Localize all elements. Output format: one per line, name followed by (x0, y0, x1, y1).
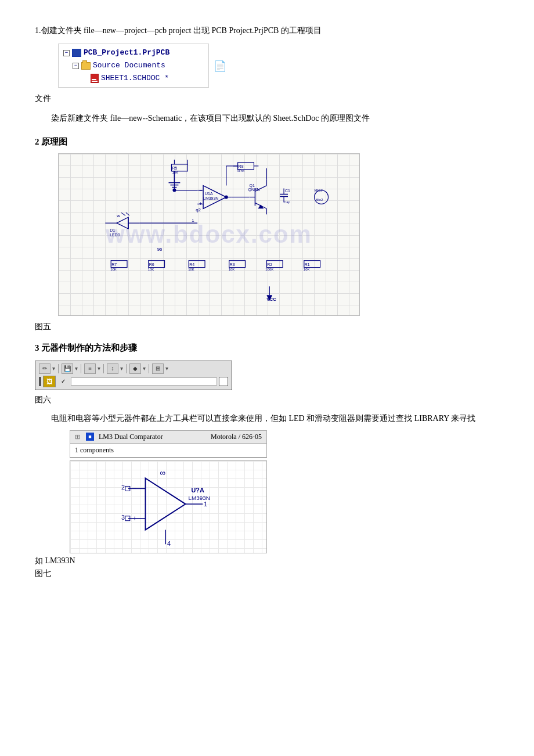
collapse-icon[interactable]: − (63, 50, 70, 56)
shape-btn[interactable]: ◆ (129, 363, 141, 374)
svg-text:Cap: Cap (284, 200, 291, 204)
svg-text:10K: 10K (110, 267, 117, 271)
draw-tool-btn[interactable]: ✏ (39, 363, 50, 374)
svg-text:4: 4 (167, 540, 171, 547)
schdoc-icon (91, 74, 99, 83)
svg-text:−: − (133, 484, 137, 492)
svg-text:1: 1 (192, 218, 194, 223)
component-btn[interactable]: 🖼 (43, 376, 56, 387)
svg-text:10K: 10K (229, 267, 235, 271)
separator-5 (149, 364, 149, 373)
svg-point-77 (225, 195, 228, 199)
fig7-label: 图七 (35, 568, 499, 579)
separator-4 (126, 364, 127, 373)
tree-folder-label: Source Documents (93, 59, 165, 72)
lib-count: 1 components (70, 444, 266, 458)
svg-text:1: 1 (204, 501, 207, 507)
file-prefix: 文件 (35, 93, 51, 104)
svg-text:LM393N: LM393N (203, 196, 218, 200)
tree-file-row: SHEET1.SCHDOC * (82, 72, 204, 85)
svg-text:R5: R5 (172, 165, 177, 170)
svg-line-44 (121, 211, 125, 216)
svg-text:R6: R6 (149, 262, 154, 266)
section2-heading: 2 原理图 (35, 136, 499, 147)
file-icon-right: 📄 (214, 60, 226, 73)
folder-collapse-icon[interactable]: − (73, 63, 79, 69)
fig6-label: 图六 (35, 395, 499, 405)
section3-desc: 电阻和电容等小型元器件都在上方工具栏可以直接拿来使用，但如 LED 和滑动变阻器… (35, 411, 499, 426)
svg-text:D1: D1 (110, 228, 115, 232)
svg-text:10K: 10K (148, 267, 154, 271)
align-btn[interactable]: ≡ (84, 363, 96, 374)
fig5-label: 图五 (35, 322, 499, 332)
svg-text:MIC7: MIC7 (315, 188, 323, 192)
separator-3 (103, 364, 104, 373)
svg-text:U1A: U1A (205, 192, 213, 196)
svg-text:+: + (199, 201, 202, 207)
svg-text:R2: R2 (267, 262, 272, 266)
check-btn[interactable]: ✓ (57, 376, 69, 387)
cursor-arrow[interactable]: ▾ (120, 365, 123, 372)
grid-btn[interactable]: ⊞ (152, 363, 164, 374)
tree-folder-row: − Source Documents (73, 59, 204, 72)
svg-point-37 (315, 190, 329, 204)
svg-text:10K: 10K (172, 170, 178, 174)
lib-expand-icon[interactable]: ⊞ (75, 433, 80, 441)
svg-text:q2: q2 (196, 207, 201, 213)
component-preview: − + 2 3 1 4 ∞ U?A LM393N (70, 460, 267, 553)
svg-text:R1: R1 (305, 262, 310, 266)
svg-text:−: − (199, 187, 202, 193)
svg-text:R4: R4 (189, 262, 194, 266)
folder-icon (81, 62, 91, 70)
svg-text:R7: R7 (111, 262, 117, 266)
svg-text:U?A: U?A (192, 487, 204, 494)
align-arrow[interactable]: ▾ (98, 365, 100, 372)
pcb-project-icon (72, 49, 81, 57)
cursor-btn[interactable]: ↕ (107, 363, 118, 374)
separator-2 (81, 364, 81, 373)
toolbar-row-1: ✏ ▾ 💾 ▾ ≡ ▾ ↕ ▾ ◆ ▾ ⊞ (39, 363, 228, 374)
tree-file-label: SHEET1.SCHDOC * (101, 72, 169, 85)
svg-text:10K: 10K (188, 267, 194, 271)
svg-text:2: 2 (121, 484, 125, 491)
svg-point-76 (172, 188, 176, 192)
component-svg: − + 2 3 1 4 ∞ U?A LM393N (70, 461, 266, 553)
svg-text:w: w (116, 213, 120, 218)
svg-text:3: 3 (121, 514, 125, 521)
library-box: ⊞ ■ LM3 Dual Comparator Motorola / 626-0… (70, 430, 267, 458)
schematic-diagram: R5 10K R8 RPot U1A LM393N − + (58, 153, 360, 316)
row-indicator (39, 377, 41, 386)
toolbar-box: ✏ ▾ 💾 ▾ ≡ ▾ ↕ ▾ ◆ ▾ ⊞ (35, 361, 232, 390)
svg-text:QNPN: QNPN (248, 187, 260, 192)
section3-heading: 3 元器件制作的方法和步骤 (35, 343, 499, 354)
separator-1 (58, 364, 59, 373)
svg-text:Mic2: Mic2 (316, 198, 323, 201)
svg-text:LED0: LED0 (110, 233, 120, 237)
section-1: 1.创建文件夹 file—new—project—pcb project 出现 … (35, 23, 499, 126)
svg-text:96: 96 (157, 246, 163, 251)
intro-line3: 染后新建文件夹 file—new--Schematic，在该项目下出现默认的 S… (35, 111, 499, 125)
lib-item-name: LM3 Dual Comparator (99, 433, 163, 441)
save-arrow[interactable]: ▾ (75, 365, 78, 372)
fig7-prefix: 如 LM393N (35, 556, 75, 566)
file-tree-box: − PCB_Project1.PrjPCB − Source Documents (58, 44, 209, 88)
lib-component-icon: ■ (86, 433, 94, 441)
save-btn[interactable]: 💾 (62, 363, 73, 374)
svg-text:C1: C1 (285, 188, 290, 192)
mini-scrollbar[interactable] (71, 377, 217, 386)
intro-line1: 1.创建文件夹 file—new—project—pcb project 出现 … (35, 23, 499, 38)
document-icon: 📄 (214, 60, 226, 72)
checkbox-small[interactable] (219, 377, 228, 386)
shape-arrow[interactable]: ▾ (143, 365, 146, 372)
svg-text:R3: R3 (230, 262, 235, 266)
section-2: 2 原理图 R5 10K R8 RPot (35, 136, 499, 332)
svg-line-45 (126, 211, 129, 216)
svg-marker-82 (146, 478, 186, 530)
grid-arrow[interactable]: ▾ (165, 365, 168, 372)
svg-text:RPot: RPot (237, 168, 245, 172)
page-content: 1.创建文件夹 file—new—project—pcb project 出现 … (35, 23, 499, 579)
svg-text:100K: 100K (265, 267, 273, 271)
svg-text:10K: 10K (304, 267, 310, 271)
draw-tool-arrow[interactable]: ▾ (52, 365, 55, 372)
toolbar-row-2: 🖼 ✓ (39, 376, 228, 387)
